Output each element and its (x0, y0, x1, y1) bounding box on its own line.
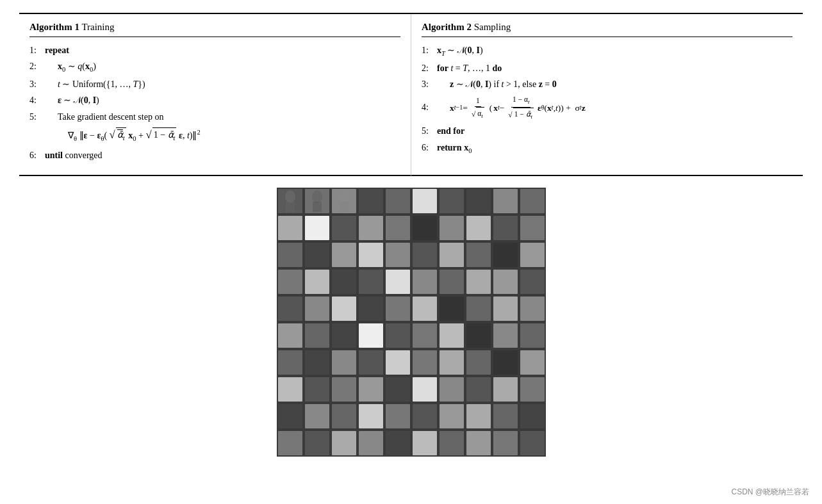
svg-rect-81 (278, 404, 302, 428)
svg-rect-44 (359, 297, 383, 321)
svg-rect-32 (305, 270, 329, 294)
line-num: 3: (29, 77, 45, 92)
svg-rect-54 (359, 323, 383, 348)
svg-rect-17 (440, 216, 464, 240)
svg-rect-4 (359, 189, 383, 213)
algo1-line-3: 3: t ∼ Uniform({1, …, T}) (29, 77, 400, 92)
algo1-line-5: 5: Take gradient descent step on (29, 110, 400, 124)
algo2-lines: 1: xT ∼ 𝒩(0, I) 2: for t = T, …, 1 do 3:… (422, 44, 793, 156)
svg-rect-38 (466, 270, 491, 294)
svg-rect-26 (413, 243, 437, 267)
svg-rect-75 (386, 377, 410, 402)
svg-rect-41 (278, 297, 302, 321)
algo1-title: Algorithm 1 Training (29, 22, 400, 37)
svg-rect-8 (466, 189, 491, 213)
svg-rect-58 (466, 323, 491, 348)
svg-rect-24 (359, 243, 383, 267)
algo2-line-1: 1: xT ∼ 𝒩(0, I) (422, 44, 793, 60)
svg-rect-30 (520, 243, 545, 267)
svg-rect-98 (466, 431, 491, 455)
svg-rect-53 (332, 323, 356, 348)
algo2-line-5: 5: end for (422, 124, 793, 138)
line-content: z ∼ 𝒩(0, I) if t > 1, else z = 0 (437, 77, 557, 92)
algo2-line-6: 6: return x0 (422, 141, 793, 157)
algo1-name: Training (79, 22, 115, 32)
svg-rect-21 (278, 243, 302, 267)
algo2-line-4: 4: xt−1 = 1 √αt ​ ( xt − 1 − αt √1 − ᾱt (422, 93, 793, 122)
svg-rect-13 (332, 216, 356, 240)
svg-rect-104 (313, 202, 322, 212)
svg-rect-65 (386, 350, 410, 375)
line-num: 2: (29, 60, 45, 74)
svg-rect-29 (493, 243, 518, 267)
svg-rect-45 (386, 297, 410, 321)
svg-rect-10 (520, 189, 545, 213)
svg-rect-95 (386, 431, 410, 455)
algo2-line-2: 2: for t = T, …, 1 do (422, 61, 793, 76)
svg-rect-102 (286, 202, 295, 212)
svg-rect-22 (305, 243, 329, 267)
svg-rect-100 (520, 431, 545, 455)
svg-rect-18 (466, 216, 491, 240)
svg-rect-23 (332, 243, 356, 267)
svg-rect-51 (278, 323, 302, 348)
svg-rect-85 (386, 404, 410, 428)
svg-rect-6 (413, 189, 437, 213)
algo1-line-2: 2: x0 ∼ q(x0) (29, 60, 400, 76)
line-num: 4: (29, 93, 45, 108)
svg-rect-7 (440, 189, 464, 213)
algo1-lines: 1: repeat 2: x0 ∼ q(x0) 3: t ∼ Uniform({… (29, 44, 400, 163)
generated-samples-image (277, 188, 546, 457)
algo1-line-4: 4: ε ∼ 𝒩(0, I) (29, 93, 400, 108)
line-num: 6: (422, 141, 437, 155)
svg-rect-97 (440, 431, 464, 455)
algo2-title: Algorithm 2 Sampling (422, 22, 793, 37)
svg-rect-92 (305, 431, 329, 455)
line-content: end for (437, 124, 464, 138)
line-num: 6: (29, 149, 45, 163)
svg-rect-74 (359, 377, 383, 402)
svg-rect-68 (466, 350, 491, 375)
svg-rect-36 (413, 270, 437, 294)
svg-rect-61 (278, 350, 302, 375)
line-num: 4: (422, 101, 437, 115)
svg-rect-40 (520, 270, 545, 294)
svg-rect-94 (359, 431, 383, 455)
algorithms-row: Algorithm 1 Training 1: repeat 2: x0 ∼ q… (19, 13, 803, 176)
svg-rect-60 (520, 323, 545, 348)
line-content: x0 ∼ q(x0) (45, 60, 96, 76)
svg-rect-14 (359, 216, 383, 240)
svg-rect-80 (520, 377, 545, 402)
svg-rect-19 (493, 216, 518, 240)
algo2-name: Sampling (472, 22, 511, 32)
line-num: 2: (422, 61, 437, 76)
algo1-line-1: 1: repeat (29, 44, 400, 58)
svg-rect-33 (332, 270, 356, 294)
line-num: 5: (422, 124, 437, 138)
svg-rect-78 (466, 377, 491, 402)
svg-rect-72 (305, 377, 329, 402)
svg-rect-27 (440, 243, 464, 267)
gradient-formula: ∇θ ‖ε − εθ( √ᾱt x0 + √1 − ᾱt ε, t)‖2 (68, 127, 201, 145)
svg-rect-76 (413, 377, 437, 402)
svg-rect-88 (466, 404, 491, 428)
svg-rect-89 (493, 404, 518, 428)
line-content: t ∼ Uniform({1, …, T}) (45, 77, 145, 92)
svg-rect-15 (386, 216, 410, 240)
svg-rect-62 (305, 350, 329, 375)
svg-rect-47 (440, 297, 464, 321)
algorithm-1-box: Algorithm 1 Training 1: repeat 2: x0 ∼ q… (19, 14, 411, 176)
svg-rect-50 (520, 297, 545, 321)
svg-rect-83 (332, 404, 356, 428)
svg-rect-82 (305, 404, 329, 428)
svg-rect-39 (493, 270, 518, 294)
svg-rect-96 (413, 431, 437, 455)
svg-rect-9 (493, 189, 518, 213)
svg-rect-84 (359, 404, 383, 428)
svg-rect-34 (359, 270, 383, 294)
svg-rect-48 (466, 297, 491, 321)
svg-rect-67 (440, 350, 464, 375)
line-num: 1: (29, 44, 45, 58)
svg-rect-28 (466, 243, 491, 267)
watermark: CSDN @晓晓纳兰容若 (731, 487, 809, 498)
